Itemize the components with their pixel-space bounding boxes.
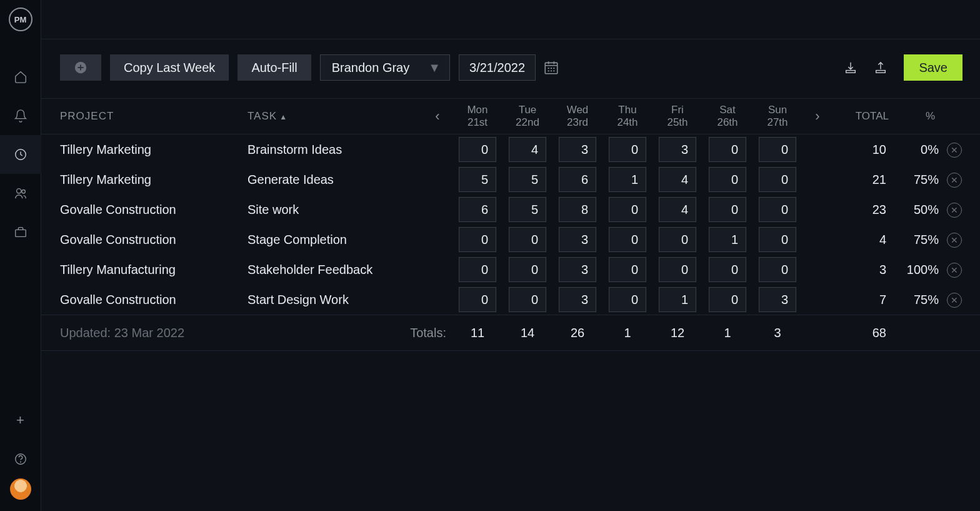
table-body: Tillery MarketingBrainstorm Ideas100%✕Ti…	[41, 134, 980, 315]
row-total: 4	[832, 233, 889, 247]
header-project[interactable]: PROJECT	[60, 110, 248, 123]
copy-last-week-button[interactable]: Copy Last Week	[110, 54, 229, 81]
users-icon	[14, 186, 28, 200]
save-button[interactable]: Save	[904, 54, 962, 81]
hours-input[interactable]	[759, 287, 796, 312]
row-task: Generate Ideas	[248, 173, 422, 187]
hours-input[interactable]	[659, 197, 696, 222]
delete-row-button[interactable]: ✕	[947, 143, 962, 158]
row-total: 21	[832, 173, 889, 187]
hours-input[interactable]	[709, 137, 746, 162]
totals-label: Totals:	[248, 326, 452, 340]
hours-input[interactable]	[709, 167, 746, 192]
delete-row-button[interactable]: ✕	[947, 203, 962, 218]
nav-notifications[interactable]	[0, 96, 41, 135]
row-total: 10	[832, 143, 889, 157]
hours-input[interactable]	[759, 137, 796, 162]
header-pct: %	[889, 110, 939, 123]
timesheet-table: PROJECT TASK▲ ‹ Mon21st Tue22nd Wed23rd …	[41, 98, 980, 351]
delete-row-button[interactable]: ✕	[947, 173, 962, 188]
row-project: Tillery Manufacturing	[60, 263, 248, 277]
nav-help[interactable]	[0, 440, 41, 478]
hours-input[interactable]	[659, 167, 696, 192]
hours-input[interactable]	[559, 257, 596, 282]
hours-input[interactable]	[759, 257, 796, 282]
hours-input[interactable]	[659, 227, 696, 252]
hours-input[interactable]	[709, 257, 746, 282]
hours-input[interactable]	[659, 137, 696, 162]
close-icon: ✕	[951, 145, 958, 155]
hours-input[interactable]	[709, 287, 746, 312]
row-task: Brainstorm Ideas	[248, 143, 422, 157]
hours-input[interactable]	[609, 287, 646, 312]
hours-input[interactable]	[509, 137, 546, 162]
user-avatar[interactable]	[10, 478, 31, 500]
hours-input[interactable]	[659, 257, 696, 282]
nav-add[interactable]: +	[0, 401, 41, 440]
hours-input[interactable]	[709, 197, 746, 222]
total-sat: 1	[702, 326, 752, 340]
hours-input[interactable]	[509, 167, 546, 192]
hours-input[interactable]	[759, 167, 796, 192]
hours-input[interactable]	[509, 257, 546, 282]
user-select[interactable]: Brandon Gray ▼	[320, 54, 450, 81]
hours-input[interactable]	[559, 197, 596, 222]
table-row: Tillery MarketingBrainstorm Ideas100%✕	[41, 134, 980, 164]
row-task: Start Design Work	[248, 293, 422, 307]
table-footer: Updated: 23 Mar 2022 Totals: 11 14 26 1 …	[41, 315, 980, 351]
next-week-button[interactable]: ›	[802, 108, 832, 124]
home-icon	[14, 70, 28, 84]
nav-timesheet[interactable]	[0, 135, 41, 174]
add-row-button[interactable]	[60, 54, 101, 81]
export-button[interactable]	[870, 54, 891, 81]
hours-input[interactable]	[509, 287, 546, 312]
hours-input[interactable]	[759, 197, 796, 222]
svg-point-1	[16, 189, 21, 193]
header-day-sun: Sun27th	[752, 104, 802, 129]
import-button[interactable]	[840, 54, 861, 81]
calendar-button[interactable]	[541, 54, 562, 81]
delete-row-button[interactable]: ✕	[947, 233, 962, 248]
row-task: Stage Completion	[248, 233, 422, 247]
hours-input[interactable]	[609, 257, 646, 282]
delete-row-button[interactable]: ✕	[947, 263, 962, 278]
row-project: Govalle Construction	[60, 293, 248, 307]
auto-fill-button[interactable]: Auto-Fill	[238, 54, 311, 81]
hours-input[interactable]	[559, 227, 596, 252]
header-day-thu: Thu24th	[602, 104, 652, 129]
row-project: Tillery Marketing	[60, 143, 248, 157]
row-project: Govalle Construction	[60, 203, 248, 217]
header-day-mon: Mon21st	[452, 104, 502, 129]
hours-input[interactable]	[609, 167, 646, 192]
hours-input[interactable]	[609, 137, 646, 162]
hours-input[interactable]	[659, 287, 696, 312]
hours-input[interactable]	[459, 257, 496, 282]
hours-input[interactable]	[459, 137, 496, 162]
prev-week-button[interactable]: ‹	[422, 108, 452, 124]
hours-input[interactable]	[459, 287, 496, 312]
hours-input[interactable]	[609, 197, 646, 222]
hours-input[interactable]	[709, 227, 746, 252]
table-row: Tillery MarketingGenerate Ideas2175%✕	[41, 164, 980, 195]
hours-input[interactable]	[559, 167, 596, 192]
hours-input[interactable]	[609, 227, 646, 252]
date-input[interactable]: 3/21/2022	[459, 54, 536, 81]
header-total: TOTAL	[832, 110, 889, 123]
hours-input[interactable]	[459, 227, 496, 252]
header-task[interactable]: TASK▲	[248, 110, 422, 123]
close-icon: ✕	[951, 175, 958, 185]
delete-row-button[interactable]: ✕	[947, 293, 962, 308]
hours-input[interactable]	[509, 227, 546, 252]
hours-input[interactable]	[459, 197, 496, 222]
hours-input[interactable]	[559, 287, 596, 312]
hours-input[interactable]	[759, 227, 796, 252]
header-day-tue: Tue22nd	[502, 104, 552, 129]
hours-input[interactable]	[559, 137, 596, 162]
hours-input[interactable]	[459, 167, 496, 192]
nav-portfolio[interactable]	[0, 213, 41, 251]
hours-input[interactable]	[509, 197, 546, 222]
nav-home[interactable]	[0, 58, 41, 96]
nav-team[interactable]	[0, 174, 41, 213]
row-total: 3	[832, 263, 889, 277]
svg-rect-3	[15, 230, 26, 236]
